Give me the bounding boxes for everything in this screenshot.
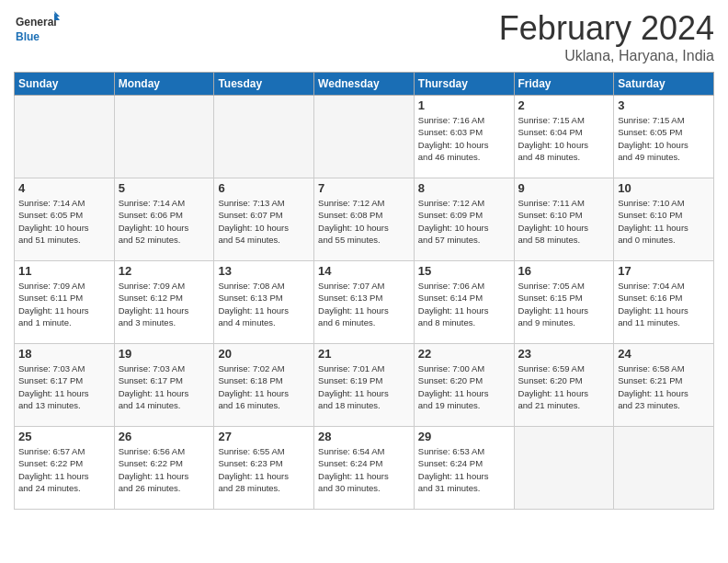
day-number: 17: [618, 264, 710, 278]
calendar-cell: 26Sunrise: 6:56 AMSunset: 6:22 PMDayligh…: [114, 427, 214, 510]
calendar-cell: 8Sunrise: 7:12 AMSunset: 6:09 PMDaylight…: [414, 178, 514, 261]
day-number: 11: [18, 264, 110, 278]
calendar-cell: 21Sunrise: 7:01 AMSunset: 6:19 PMDayligh…: [314, 344, 415, 427]
calendar-cell: 9Sunrise: 7:11 AMSunset: 6:10 PMDaylight…: [514, 178, 614, 261]
calendar-cell: 11Sunrise: 7:09 AMSunset: 6:11 PMDayligh…: [15, 261, 115, 344]
calendar-cell: [15, 96, 115, 178]
calendar-cell: 19Sunrise: 7:03 AMSunset: 6:17 PMDayligh…: [114, 344, 214, 427]
calendar-cell: 29Sunrise: 6:53 AMSunset: 6:24 PMDayligh…: [414, 427, 514, 510]
day-info: Sunrise: 7:06 AMSunset: 6:14 PMDaylight:…: [418, 280, 510, 328]
day-info: Sunrise: 6:57 AMSunset: 6:22 PMDaylight:…: [18, 445, 110, 494]
day-number: 25: [18, 430, 110, 443]
day-number: 8: [418, 181, 510, 195]
day-number: 27: [218, 430, 310, 443]
day-number: 5: [119, 181, 210, 195]
day-info: Sunrise: 7:15 AMSunset: 6:04 PMDaylight:…: [518, 114, 610, 163]
day-info: Sunrise: 7:12 AMSunset: 6:09 PMDaylight:…: [418, 197, 510, 246]
weekday-header-thursday: Thursday: [414, 73, 514, 96]
calendar-cell: [214, 96, 314, 178]
day-info: Sunrise: 7:02 AMSunset: 6:18 PMDaylight:…: [218, 362, 310, 411]
calendar-cell: 1Sunrise: 7:16 AMSunset: 6:03 PMDaylight…: [414, 96, 514, 178]
month-title: February 2024: [499, 9, 714, 48]
calendar-cell: 2Sunrise: 7:15 AMSunset: 6:04 PMDaylight…: [514, 96, 614, 178]
day-number: 3: [618, 98, 710, 112]
day-number: 12: [119, 264, 210, 278]
day-info: Sunrise: 7:01 AMSunset: 6:19 PMDaylight:…: [318, 362, 410, 411]
calendar-cell: 23Sunrise: 6:59 AMSunset: 6:20 PMDayligh…: [514, 344, 614, 427]
day-info: Sunrise: 7:09 AMSunset: 6:12 PMDaylight:…: [119, 280, 210, 328]
week-row-4: 18Sunrise: 7:03 AMSunset: 6:17 PMDayligh…: [15, 344, 714, 427]
calendar-cell: 5Sunrise: 7:14 AMSunset: 6:06 PMDaylight…: [114, 178, 214, 261]
day-number: 7: [318, 181, 410, 195]
day-info: Sunrise: 6:58 AMSunset: 6:21 PMDaylight:…: [618, 362, 710, 411]
day-number: 13: [218, 264, 310, 278]
day-info: Sunrise: 6:59 AMSunset: 6:20 PMDaylight:…: [518, 362, 610, 411]
day-number: 10: [618, 181, 710, 195]
calendar-cell: 18Sunrise: 7:03 AMSunset: 6:17 PMDayligh…: [15, 344, 115, 427]
day-number: 22: [418, 347, 510, 361]
calendar-cell: 22Sunrise: 7:00 AMSunset: 6:20 PMDayligh…: [414, 344, 514, 427]
day-number: 23: [518, 347, 610, 361]
calendar-cell: 3Sunrise: 7:15 AMSunset: 6:05 PMDaylight…: [614, 96, 714, 178]
calendar-cell: 10Sunrise: 7:10 AMSunset: 6:10 PMDayligh…: [614, 178, 714, 261]
day-number: 18: [18, 347, 110, 361]
day-info: Sunrise: 7:12 AMSunset: 6:08 PMDaylight:…: [318, 197, 410, 246]
day-number: 9: [518, 181, 610, 195]
day-info: Sunrise: 7:14 AMSunset: 6:06 PMDaylight:…: [119, 197, 210, 246]
day-number: 24: [618, 347, 710, 361]
logo-svg: General Blue: [14, 9, 60, 48]
day-info: Sunrise: 7:16 AMSunset: 6:03 PMDaylight:…: [418, 114, 510, 163]
calendar-cell: [114, 96, 214, 178]
calendar-cell: 17Sunrise: 7:04 AMSunset: 6:16 PMDayligh…: [614, 261, 714, 344]
day-info: Sunrise: 6:54 AMSunset: 6:24 PMDaylight:…: [318, 445, 410, 494]
day-number: 19: [119, 347, 210, 361]
day-info: Sunrise: 7:03 AMSunset: 6:17 PMDaylight:…: [119, 362, 210, 411]
day-number: 15: [418, 264, 510, 278]
day-number: 26: [119, 430, 210, 443]
day-number: 2: [518, 98, 610, 112]
calendar-cell: 12Sunrise: 7:09 AMSunset: 6:12 PMDayligh…: [114, 261, 214, 344]
day-info: Sunrise: 7:04 AMSunset: 6:16 PMDaylight:…: [618, 280, 710, 328]
day-number: 4: [18, 181, 110, 195]
calendar-cell: 4Sunrise: 7:14 AMSunset: 6:05 PMDaylight…: [15, 178, 115, 261]
calendar-cell: 24Sunrise: 6:58 AMSunset: 6:21 PMDayligh…: [614, 344, 714, 427]
day-info: Sunrise: 7:08 AMSunset: 6:13 PMDaylight:…: [218, 280, 310, 328]
week-row-5: 25Sunrise: 6:57 AMSunset: 6:22 PMDayligh…: [15, 427, 714, 510]
calendar-cell: 27Sunrise: 6:55 AMSunset: 6:23 PMDayligh…: [214, 427, 314, 510]
day-info: Sunrise: 7:11 AMSunset: 6:10 PMDaylight:…: [518, 197, 610, 246]
weekday-header-friday: Friday: [514, 73, 614, 96]
day-number: 1: [418, 98, 510, 112]
day-number: 6: [218, 181, 310, 195]
page-header: General Blue February 2024 Uklana, Harya…: [14, 9, 714, 64]
day-number: 20: [218, 347, 310, 361]
weekday-header-row: SundayMondayTuesdayWednesdayThursdayFrid…: [15, 73, 714, 96]
calendar-cell: 20Sunrise: 7:02 AMSunset: 6:18 PMDayligh…: [214, 344, 314, 427]
calendar-cell: 25Sunrise: 6:57 AMSunset: 6:22 PMDayligh…: [15, 427, 115, 510]
day-info: Sunrise: 7:07 AMSunset: 6:13 PMDaylight:…: [318, 280, 410, 328]
day-number: 29: [418, 430, 510, 443]
day-info: Sunrise: 7:14 AMSunset: 6:05 PMDaylight:…: [18, 197, 110, 246]
svg-text:Blue: Blue: [16, 30, 40, 43]
calendar-cell: 28Sunrise: 6:54 AMSunset: 6:24 PMDayligh…: [314, 427, 415, 510]
calendar-cell: [314, 96, 415, 178]
day-info: Sunrise: 7:05 AMSunset: 6:15 PMDaylight:…: [518, 280, 610, 328]
day-number: 14: [318, 264, 410, 278]
day-number: 28: [318, 430, 410, 443]
title-area: February 2024 Uklana, Haryana, India: [499, 9, 714, 64]
calendar-cell: [514, 427, 614, 510]
day-info: Sunrise: 7:15 AMSunset: 6:05 PMDaylight:…: [618, 114, 710, 163]
calendar-cell: 15Sunrise: 7:06 AMSunset: 6:14 PMDayligh…: [414, 261, 514, 344]
day-info: Sunrise: 7:10 AMSunset: 6:10 PMDaylight:…: [618, 197, 710, 246]
logo: General Blue: [14, 9, 60, 48]
calendar-cell: 6Sunrise: 7:13 AMSunset: 6:07 PMDaylight…: [214, 178, 314, 261]
calendar-cell: 16Sunrise: 7:05 AMSunset: 6:15 PMDayligh…: [514, 261, 614, 344]
weekday-header-wednesday: Wednesday: [314, 73, 415, 96]
day-info: Sunrise: 6:55 AMSunset: 6:23 PMDaylight:…: [218, 445, 310, 494]
day-info: Sunrise: 7:03 AMSunset: 6:17 PMDaylight:…: [18, 362, 110, 411]
week-row-1: 1Sunrise: 7:16 AMSunset: 6:03 PMDaylight…: [15, 96, 714, 178]
day-info: Sunrise: 7:13 AMSunset: 6:07 PMDaylight:…: [218, 197, 310, 246]
svg-text:General: General: [16, 16, 57, 29]
day-info: Sunrise: 6:56 AMSunset: 6:22 PMDaylight:…: [119, 445, 210, 494]
day-number: 21: [318, 347, 410, 361]
day-info: Sunrise: 7:09 AMSunset: 6:11 PMDaylight:…: [18, 280, 110, 328]
